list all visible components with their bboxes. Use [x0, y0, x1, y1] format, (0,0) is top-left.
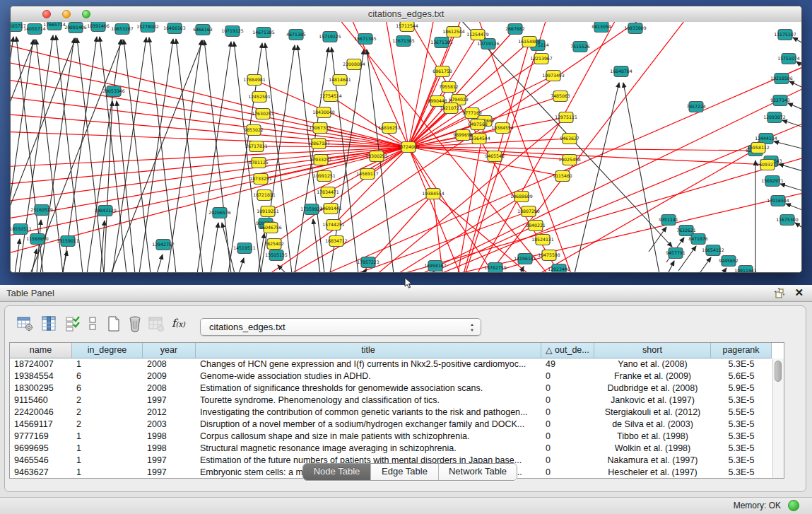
- table-cell-out_degree[interactable]: 0: [541, 443, 594, 455]
- table-cell-pagerank[interactable]: 5.5E-5: [711, 407, 772, 419]
- graph-edge[interactable]: [779, 164, 802, 173]
- table-header-row[interactable]: namein_degreeyeartitle△ out_de...shortpa…: [10, 343, 784, 358]
- graph-edge[interactable]: [428, 272, 434, 273]
- table-row[interactable]: 1872400712008Changes of HCN gene express…: [10, 358, 784, 370]
- graph-edge[interactable]: [11, 37, 13, 273]
- table-cell-short[interactable]: Yano et al. (2008): [594, 358, 711, 370]
- table-cell-year[interactable]: 1998: [143, 431, 196, 443]
- table-cell-title[interactable]: Investigating the contribution of common…: [196, 407, 541, 419]
- table-row[interactable]: 2242004622012Investigating the contribut…: [10, 407, 784, 419]
- graph-edge[interactable]: [668, 261, 674, 273]
- node-table[interactable]: namein_degreeyeartitle△ out_de...shortpa…: [9, 342, 784, 479]
- table-cell-out_degree[interactable]: 0: [541, 419, 594, 431]
- table-cell-short[interactable]: Stergiakouli et al. (2012): [594, 407, 711, 419]
- table-cell-out_degree[interactable]: 0: [541, 455, 594, 467]
- table-row[interactable]: 1830029562008Estimation of significance …: [10, 382, 784, 395]
- graph-edge[interactable]: [211, 223, 218, 273]
- table-cell-short[interactable]: Dudbridge et al. (2008): [594, 382, 711, 395]
- scrollbar-thumb[interactable]: [775, 361, 782, 382]
- table-cell-name[interactable]: 9465546: [10, 455, 72, 467]
- graph-edge[interactable]: [62, 251, 67, 273]
- table-cell-pagerank[interactable]: 5.3E-5: [711, 443, 772, 455]
- table-row[interactable]: 977716911998Corpus callosum shape and si…: [10, 431, 784, 443]
- table-cell-year[interactable]: 1998: [143, 443, 196, 455]
- table-cell-in_degree[interactable]: 1: [72, 443, 143, 455]
- graph-edge[interactable]: [795, 223, 802, 231]
- table-cell-pagerank[interactable]: 5.3E-5: [711, 419, 772, 431]
- table-cell-pagerank[interactable]: 5.3E-5: [711, 455, 772, 467]
- table-cell-in_degree[interactable]: 1: [72, 455, 143, 467]
- graph-edge[interactable]: [408, 147, 498, 273]
- table-cell-in_degree[interactable]: 1: [72, 431, 143, 443]
- network-window-titlebar[interactable]: citations_edges.txt: [11, 6, 801, 23]
- table-cell-in_degree[interactable]: 6: [72, 382, 143, 395]
- network-canvas[interactable]: 1956571714055714176657142089140618391406…: [11, 22, 802, 273]
- table-cell-in_degree[interactable]: 2: [72, 407, 143, 419]
- table-cell-short[interactable]: Jankovic et al. (1997): [594, 395, 711, 407]
- table-cell-in_degree[interactable]: 1: [72, 467, 143, 479]
- table-cell-title[interactable]: Disruption of a novel member of a sodium…: [196, 419, 541, 431]
- table-cell-out_degree[interactable]: 0: [541, 467, 594, 479]
- table-cell-pagerank[interactable]: 5.6E-5: [711, 370, 772, 382]
- table-cell-pagerank[interactable]: 5.3E-5: [711, 467, 772, 479]
- column-header-pagerank[interactable]: pagerank: [711, 343, 772, 358]
- table-cell-out_degree[interactable]: 49: [541, 358, 594, 370]
- graph-edge[interactable]: [124, 40, 151, 273]
- table-cell-name[interactable]: 9115460: [10, 395, 72, 407]
- graph-edge[interactable]: [789, 81, 802, 90]
- graph-edge[interactable]: [788, 103, 802, 112]
- table-cell-title[interactable]: Genome-wide association studies in ADHD.: [196, 370, 541, 382]
- graph-edge[interactable]: [117, 101, 135, 273]
- table-cell-short[interactable]: Nakamura et al. (1997): [594, 455, 711, 467]
- table-cell-name[interactable]: 14569117: [10, 419, 72, 431]
- graph-edge[interactable]: [167, 40, 201, 273]
- table-cell-year[interactable]: 2008: [143, 382, 196, 395]
- table-cell-title[interactable]: Tourette syndrome. Phenomenology and cla…: [196, 395, 541, 407]
- table-cell-pagerank[interactable]: 5.9E-5: [711, 382, 772, 395]
- graph-edge[interactable]: [278, 265, 286, 273]
- table-cell-pagerank[interactable]: 5.3E-5: [711, 431, 772, 443]
- table-cell-out_degree[interactable]: 0: [541, 370, 594, 382]
- table-cell-title[interactable]: Corpus callosum shape and size in male p…: [196, 431, 541, 443]
- column-header-year[interactable]: year: [143, 343, 196, 358]
- delete-column-icon[interactable]: [126, 315, 143, 332]
- table-cell-title[interactable]: Structural magnetic resonance image aver…: [196, 443, 541, 455]
- table-cell-name[interactable]: 22420046: [10, 407, 72, 419]
- table-settings-icon[interactable]: [16, 315, 33, 332]
- table-cell-year[interactable]: 2003: [143, 419, 196, 431]
- graph-edge[interactable]: [32, 249, 37, 273]
- graph-edge[interactable]: [774, 141, 802, 150]
- table-cell-in_degree[interactable]: 1: [72, 358, 143, 370]
- column-header-name[interactable]: name: [10, 343, 72, 358]
- table-cell-year[interactable]: 1997: [143, 395, 196, 407]
- graph-edge[interactable]: [408, 147, 563, 176]
- table-cell-out_degree[interactable]: 0: [541, 395, 594, 407]
- table-cell-name[interactable]: 9777169: [10, 431, 72, 443]
- graph-edge[interactable]: [77, 38, 104, 273]
- table-cell-title[interactable]: Changes of HCN gene expression and I(f) …: [196, 358, 541, 370]
- table-cell-in_degree[interactable]: 2: [72, 419, 143, 431]
- graph-edge[interactable]: [11, 114, 408, 147]
- tab-node-table[interactable]: Node Table: [303, 464, 371, 480]
- graph-edge[interactable]: [693, 257, 711, 273]
- table-cell-in_degree[interactable]: 2: [72, 395, 143, 407]
- table-cell-short[interactable]: Wolkin et al. (1998): [594, 443, 711, 455]
- graph-edge[interactable]: [575, 83, 619, 273]
- table-cell-name[interactable]: 9463627: [10, 467, 72, 479]
- table-cell-title[interactable]: Estimation of significance thresholds fo…: [196, 382, 541, 395]
- select-rows-icon[interactable]: [64, 315, 81, 332]
- table-cell-short[interactable]: Franke et al. (2009): [594, 370, 711, 382]
- table-cell-name[interactable]: 19384554: [10, 370, 72, 382]
- show-column-icon[interactable]: [40, 315, 57, 332]
- table-row[interactable]: 969969511998Structural magnetic resonanc…: [10, 443, 784, 455]
- tab-network-table[interactable]: Network Table: [439, 464, 517, 480]
- table-cell-out_degree[interactable]: 0: [541, 382, 594, 395]
- table-selector-dropdown[interactable]: citations_edges.txt ▲▼: [200, 318, 481, 336]
- table-row[interactable]: 1938455462009Genome-wide association stu…: [10, 370, 784, 382]
- memory-ok-indicator[interactable]: [788, 500, 799, 511]
- graph-edge[interactable]: [314, 197, 522, 273]
- table-cell-in_degree[interactable]: 6: [72, 370, 143, 382]
- graph-edge[interactable]: [157, 255, 163, 273]
- table-cell-short[interactable]: Tibbo et al. (1998): [594, 431, 711, 443]
- table-cell-name[interactable]: 18300295: [10, 382, 72, 395]
